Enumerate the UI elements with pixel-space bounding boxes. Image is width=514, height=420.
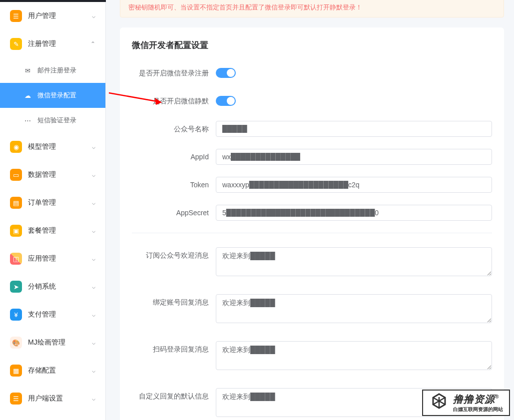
switch-enable-silent[interactable] — [216, 96, 236, 106]
model-icon: ◉ — [10, 141, 22, 153]
submenu-email-login[interactable]: ✉ 邮件注册登录 — [0, 58, 105, 83]
paint-icon: 🎨 — [10, 337, 22, 349]
alert-box: 密秘钥随机即可、当设置不指定首页并且配置了微信登录即可默认打开静默登录！ — [120, 0, 504, 17]
row-appsecret: AppSecret — [132, 205, 492, 221]
row-bind-reply: 绑定账号回复消息 — [132, 294, 492, 329]
menu-storage[interactable]: ▦ 存储配置 ⌵ — [0, 357, 105, 385]
textarea-subscribe[interactable] — [216, 247, 492, 276]
form-divider — [132, 233, 492, 233]
label-enable-silent: 是否开启微信静默 — [132, 93, 216, 109]
app-icon: ◫ — [10, 253, 22, 265]
settings-card: 微信开发者配置设置 是否开启微信登录注册 是否开启微信静默 公众号名称 AppI… — [120, 27, 504, 420]
menu-label: 应用管理 — [28, 254, 92, 263]
watermark-main: 撸撸资源 — [453, 394, 495, 405]
menu-register-management[interactable]: ✎ 注册管理 ⌃ — [0, 30, 105, 58]
label-custom-reply: 自定义回复的默认信息 — [132, 388, 216, 404]
row-enable-silent: 是否开启微信静默 — [132, 93, 492, 109]
menu-mj-paint[interactable]: 🎨 MJ绘画管理 ⌵ — [0, 329, 105, 357]
payment-icon: ¥ — [10, 309, 22, 321]
label-appid: AppId — [132, 149, 216, 165]
chevron-down-icon: ⌵ — [92, 143, 95, 150]
menu-plan-management[interactable]: ▣ 套餐管理 ⌵ — [0, 217, 105, 245]
menu-order-management[interactable]: ▤ 订单管理 ⌵ — [0, 189, 105, 217]
submenu-wechat-login[interactable]: ☁ 微信登录配置 — [0, 83, 105, 108]
menu-label: MJ绘画管理 — [28, 338, 92, 347]
client-icon: ☰ — [10, 393, 22, 405]
submenu-label: 邮件注册登录 — [37, 66, 76, 75]
submenu-label: 微信登录配置 — [37, 91, 76, 100]
menu-label: 套餐管理 — [28, 226, 92, 235]
mail-icon: ✉ — [22, 67, 32, 74]
row-token: Token — [132, 177, 492, 193]
chevron-up-icon: ⌃ — [90, 40, 95, 47]
menu-label: 支付管理 — [28, 310, 92, 319]
label-enable-login: 是否开启微信登录注册 — [132, 65, 216, 81]
chevron-down-icon: ⌵ — [92, 12, 95, 19]
watermark-sub: 白嫖互联网资源的网站 — [453, 406, 503, 413]
sidebar: ☰ 用户管理 ⌵ ✎ 注册管理 ⌃ ✉ 邮件注册登录 ☁ 微信登录配置 ⋯ 短信… — [0, 0, 106, 420]
menu-label: 订单管理 — [28, 198, 92, 207]
distribution-icon: ➤ — [10, 281, 22, 293]
menu-app-management[interactable]: ◫ 应用管理 ⌵ — [0, 245, 105, 273]
input-appsecret[interactable] — [216, 205, 492, 221]
chevron-down-icon: ⌵ — [92, 171, 95, 178]
order-icon: ▤ — [10, 197, 22, 209]
register-icon: ✎ — [10, 38, 22, 50]
menu-label: 用户端设置 — [28, 394, 92, 403]
textarea-scan-reply[interactable] — [216, 341, 492, 370]
chevron-down-icon: ⌵ — [92, 367, 95, 374]
chevron-down-icon: ⌵ — [92, 395, 95, 402]
storage-icon: ▦ — [10, 365, 22, 377]
label-subscribe-msg: 订阅公众号欢迎消息 — [132, 247, 216, 263]
input-token[interactable] — [216, 177, 492, 193]
alert-text: 密秘钥随机即可、当设置不指定首页并且配置了微信登录即可默认打开静默登录！ — [128, 2, 496, 13]
chevron-down-icon: ⌵ — [92, 199, 95, 206]
label-appsecret: AppSecret — [132, 205, 216, 221]
chevron-down-icon: ⌵ — [92, 283, 95, 290]
switch-enable-login[interactable] — [216, 68, 236, 78]
row-scan-reply: 扫码登录回复消息 — [132, 341, 492, 376]
submenu-label: 短信验证登录 — [37, 116, 76, 125]
row-appid: AppId — [132, 149, 492, 165]
menu-label: 注册管理 — [28, 39, 90, 48]
sms-icon: ⋯ — [22, 117, 32, 124]
chevron-down-icon: ⌵ — [92, 227, 95, 234]
menu-model-management[interactable]: ◉ 模型管理 ⌵ — [0, 133, 105, 161]
menu-label: 数据管理 — [28, 170, 92, 179]
textarea-bind-reply[interactable] — [216, 294, 492, 323]
chevron-down-icon: ⌵ — [92, 339, 95, 346]
menu-data-management[interactable]: ▭ 数据管理 ⌵ — [0, 161, 105, 189]
input-appid[interactable] — [216, 149, 492, 165]
menu-label: 存储配置 — [28, 366, 92, 375]
menu-label: 模型管理 — [28, 142, 92, 151]
row-account-name: 公众号名称 — [132, 121, 492, 137]
card-title: 微信开发者配置设置 — [132, 39, 492, 51]
input-account-name[interactable] — [216, 121, 492, 137]
menu-payment[interactable]: ¥ 支付管理 ⌵ — [0, 301, 105, 329]
label-token: Token — [132, 177, 216, 193]
menu-distribution[interactable]: ➤ 分销系统 ⌵ — [0, 273, 105, 301]
label-bind-reply: 绑定账号回复消息 — [132, 294, 216, 310]
watermark-logo-icon — [429, 393, 449, 413]
watermark: 撸撸资源® 白嫖互联网资源的网站 — [422, 390, 510, 416]
wechat-icon: ☁ — [22, 92, 32, 99]
label-scan-reply: 扫码登录回复消息 — [132, 341, 216, 357]
submenu-sms-login[interactable]: ⋯ 短信验证登录 — [0, 108, 105, 133]
menu-user-management[interactable]: ☰ 用户管理 ⌵ — [0, 2, 105, 30]
chevron-down-icon: ⌵ — [92, 255, 95, 262]
label-account-name: 公众号名称 — [132, 121, 216, 137]
row-enable-login: 是否开启微信登录注册 — [132, 65, 492, 81]
chevron-down-icon: ⌵ — [92, 311, 95, 318]
user-icon: ☰ — [10, 10, 22, 22]
row-subscribe-msg: 订阅公众号欢迎消息 — [132, 247, 492, 282]
plan-icon: ▣ — [10, 225, 22, 237]
menu-label: 分销系统 — [28, 282, 92, 291]
main-content: 密秘钥随机即可、当设置不指定首页并且配置了微信登录即可默认打开静默登录！ 微信开… — [106, 0, 514, 420]
menu-client-settings[interactable]: ☰ 用户端设置 ⌵ — [0, 385, 105, 413]
menu-label: 用户管理 — [28, 11, 92, 20]
data-icon: ▭ — [10, 169, 22, 181]
